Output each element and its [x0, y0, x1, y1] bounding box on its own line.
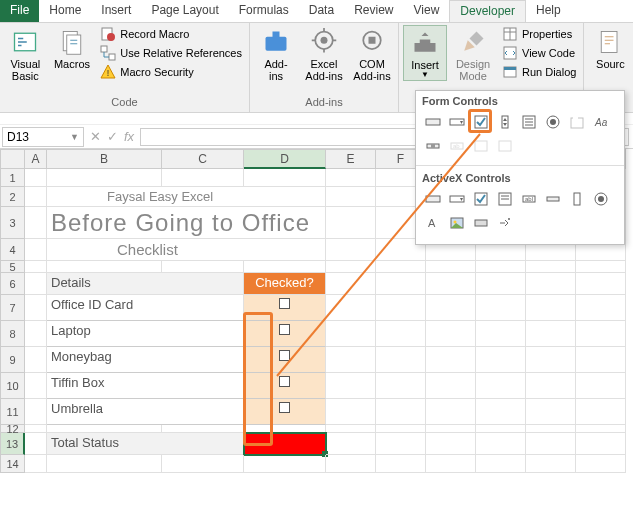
- form-checkbox-icon[interactable]: [470, 111, 492, 133]
- cell-B10[interactable]: Tiffin Box: [47, 373, 162, 399]
- cell-H10[interactable]: [476, 373, 526, 399]
- properties-button[interactable]: Properties: [499, 25, 579, 43]
- col-C[interactable]: C: [162, 149, 244, 169]
- cell-D12[interactable]: [244, 425, 326, 433]
- cell-G11[interactable]: [426, 399, 476, 425]
- form-listbox-icon[interactable]: [518, 111, 540, 133]
- cell-E7[interactable]: [326, 295, 376, 321]
- ax-button-icon[interactable]: [422, 188, 444, 210]
- row-7[interactable]: 7: [0, 295, 25, 321]
- addins-button[interactable]: Add- ins: [254, 25, 298, 82]
- cell-D10[interactable]: [244, 373, 326, 399]
- cell-D1[interactable]: [244, 169, 326, 187]
- row-9[interactable]: 9: [0, 347, 25, 373]
- cell-D9[interactable]: [244, 347, 326, 373]
- cell-G6[interactable]: [426, 273, 476, 295]
- cell-J13[interactable]: [576, 433, 626, 455]
- col-E[interactable]: E: [326, 149, 376, 169]
- row-11[interactable]: 11: [0, 399, 25, 425]
- cell-A13[interactable]: [25, 433, 47, 455]
- ax-spinner-icon[interactable]: [566, 188, 588, 210]
- row-6[interactable]: 6: [0, 273, 25, 295]
- cell-E10[interactable]: [326, 373, 376, 399]
- cell-D11[interactable]: [244, 399, 326, 425]
- ax-scrollbar-icon[interactable]: [542, 188, 564, 210]
- row-10[interactable]: 10: [0, 373, 25, 399]
- tab-help[interactable]: Help: [526, 0, 571, 22]
- cell-G7[interactable]: [426, 295, 476, 321]
- record-macro-button[interactable]: Record Macro: [97, 25, 245, 43]
- cell-J9[interactable]: [576, 347, 626, 373]
- cell-A12[interactable]: [25, 425, 47, 433]
- row-8[interactable]: 8: [0, 321, 25, 347]
- cell-E1[interactable]: [326, 169, 376, 187]
- cell-I7[interactable]: [526, 295, 576, 321]
- cell-H14[interactable]: [476, 455, 526, 473]
- cell-D6[interactable]: Checked?: [244, 273, 326, 295]
- cell-C11[interactable]: [162, 399, 244, 425]
- cell-J8[interactable]: [576, 321, 626, 347]
- cell-D13[interactable]: [244, 433, 326, 455]
- cell-J11[interactable]: [576, 399, 626, 425]
- fx-fx-icon[interactable]: fx: [124, 129, 134, 144]
- cell-H5[interactable]: [476, 261, 526, 273]
- cell-D2[interactable]: [244, 187, 326, 207]
- cell-J12[interactable]: [576, 425, 626, 433]
- cell-F12[interactable]: [376, 425, 426, 433]
- cell-I5[interactable]: [526, 261, 576, 273]
- cell-B12[interactable]: [47, 425, 162, 433]
- cell-C10[interactable]: [162, 373, 244, 399]
- cell-B3[interactable]: Before Going to Office: [47, 207, 162, 239]
- tab-review[interactable]: Review: [344, 0, 403, 22]
- row-4[interactable]: 4: [0, 239, 25, 261]
- cell-F9[interactable]: [376, 347, 426, 373]
- cell-G5[interactable]: [426, 261, 476, 273]
- cell-I11[interactable]: [526, 399, 576, 425]
- cell-H13[interactable]: [476, 433, 526, 455]
- cell-C7[interactable]: [162, 295, 244, 321]
- ax-option-icon[interactable]: [590, 188, 612, 210]
- tab-file[interactable]: File: [0, 0, 39, 22]
- cell-G14[interactable]: [426, 455, 476, 473]
- tab-developer[interactable]: Developer: [449, 0, 526, 22]
- cell-A9[interactable]: [25, 347, 47, 373]
- ax-image-icon[interactable]: [446, 212, 468, 234]
- cell-D8[interactable]: [244, 321, 326, 347]
- cell-H6[interactable]: [476, 273, 526, 295]
- source-button[interactable]: Sourc: [588, 25, 632, 70]
- cell-F11[interactable]: [376, 399, 426, 425]
- checkbox-11[interactable]: [279, 402, 290, 413]
- row-14[interactable]: 14: [0, 455, 25, 473]
- cell-I9[interactable]: [526, 347, 576, 373]
- cell-H11[interactable]: [476, 399, 526, 425]
- cell-E8[interactable]: [326, 321, 376, 347]
- macro-security-button[interactable]: ! Macro Security: [97, 63, 245, 81]
- col-B[interactable]: B: [47, 149, 162, 169]
- cell-F10[interactable]: [376, 373, 426, 399]
- cell-C13[interactable]: [162, 433, 244, 455]
- cell-E6[interactable]: [326, 273, 376, 295]
- cell-B2[interactable]: Faysal Easy Excel: [47, 187, 162, 207]
- tab-view[interactable]: View: [404, 0, 450, 22]
- cell-J7[interactable]: [576, 295, 626, 321]
- cell-G10[interactable]: [426, 373, 476, 399]
- col-A[interactable]: A: [25, 149, 47, 169]
- cell-C14[interactable]: [162, 455, 244, 473]
- cell-E3[interactable]: [326, 207, 376, 239]
- cell-C9[interactable]: [162, 347, 244, 373]
- cell-C5[interactable]: [162, 261, 244, 273]
- tab-insert[interactable]: Insert: [91, 0, 141, 22]
- cell-I14[interactable]: [526, 455, 576, 473]
- tab-home[interactable]: Home: [39, 0, 91, 22]
- cell-C1[interactable]: [162, 169, 244, 187]
- ax-listbox-icon[interactable]: [494, 188, 516, 210]
- tab-formulas[interactable]: Formulas: [229, 0, 299, 22]
- cell-F14[interactable]: [376, 455, 426, 473]
- cell-B4[interactable]: Checklist: [47, 239, 162, 261]
- row-3[interactable]: 3: [0, 207, 25, 239]
- cell-F6[interactable]: [376, 273, 426, 295]
- cell-F13[interactable]: [376, 433, 426, 455]
- use-relative-button[interactable]: Use Relative References: [97, 44, 245, 62]
- cell-A7[interactable]: [25, 295, 47, 321]
- cell-E2[interactable]: [326, 187, 376, 207]
